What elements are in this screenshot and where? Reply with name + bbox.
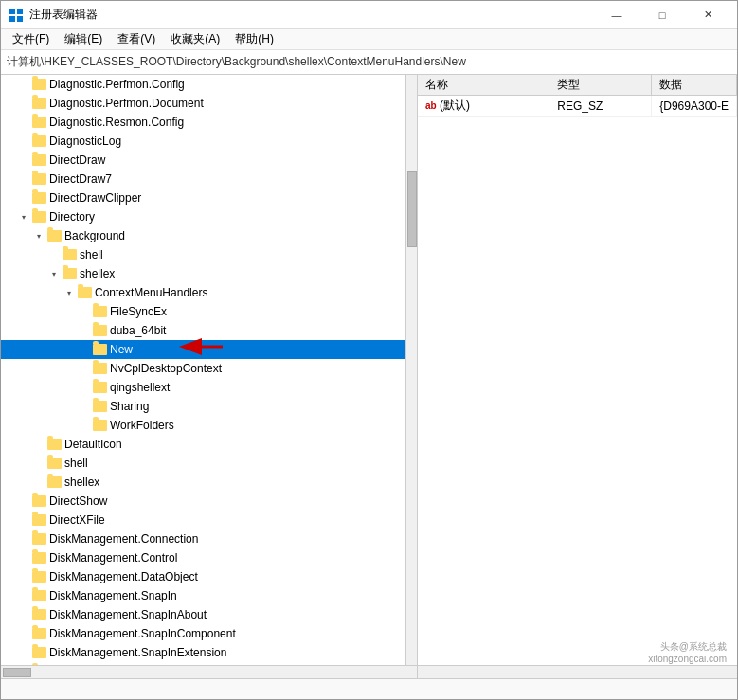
tree-item-duba_64bit[interactable]: duba_64bit: [1, 321, 417, 340]
tree-item-shell2[interactable]: shell: [1, 454, 417, 473]
expand-icon-directshow[interactable]: [16, 494, 31, 509]
tree-item-nvcpldesktopcontext[interactable]: NvCplDesktopContext: [1, 359, 417, 378]
expand-icon-shellex2[interactable]: [31, 475, 46, 490]
col-data[interactable]: 数据: [652, 75, 737, 96]
right-values-pane: 名称 类型 数据 ab (默认)REG_SZ{D969A300-E: [418, 75, 737, 665]
tree-item-diagnostic_perfmon_doc[interactable]: Diagnostic.Perfmon.Document: [1, 94, 417, 113]
expand-icon-workfolders[interactable]: [77, 418, 92, 433]
expand-icon-new[interactable]: [77, 342, 92, 357]
tree-item-workfolders[interactable]: WorkFolders: [1, 416, 417, 435]
folder-icon-workfolders: [92, 419, 107, 432]
expand-icon-shellex[interactable]: ▾: [46, 266, 62, 281]
menu-help[interactable]: 帮助(H): [227, 30, 281, 49]
close-button[interactable]: ✕: [686, 1, 729, 29]
svg-rect-0: [9, 9, 15, 14]
folder-icon-sharing: [92, 400, 107, 413]
tree-item-sharing[interactable]: Sharing: [1, 397, 417, 416]
tree-item-directdrawclipper[interactable]: DirectDrawClipper: [1, 188, 417, 207]
tree-label-background: Background: [64, 229, 125, 242]
tree-item-directshow[interactable]: DirectShow: [1, 492, 417, 511]
tree-item-shellex2[interactable]: shellex: [1, 473, 417, 492]
expand-icon-defaulticon[interactable]: [31, 437, 46, 452]
folder-icon-nvcpldesktopcontext: [92, 362, 107, 375]
folder-icon-qingshellext: [92, 381, 107, 394]
expand-icon-shell[interactable]: [46, 247, 62, 262]
tree-item-shell[interactable]: shell: [1, 245, 417, 264]
menu-favorites[interactable]: 收藏夹(A): [163, 30, 227, 49]
expand-icon-directdraw7[interactable]: [16, 171, 31, 187]
tree-item-diagnostic_perfmon_config[interactable]: Diagnostic.Perfmon.Config: [1, 75, 417, 94]
expand-icon-diagnostic_perfmon_doc[interactable]: [16, 96, 31, 111]
expand-icon-filesyncex[interactable]: [77, 304, 92, 319]
reg-value-row[interactable]: ab (默认)REG_SZ{D969A300-E: [418, 96, 737, 117]
expand-icon-directxfile[interactable]: [16, 512, 31, 528]
left-scrollbar-thumb[interactable]: [407, 171, 417, 247]
tree-label-shellex: shellex: [80, 267, 115, 280]
tree-item-directory[interactable]: ▾Directory: [1, 207, 417, 226]
expand-icon-directory[interactable]: ▾: [16, 209, 31, 224]
right-hscrollbar[interactable]: [418, 666, 737, 678]
tree-item-diagnosticlog[interactable]: DiagnosticLog: [1, 132, 417, 151]
left-hscrollbar-thumb[interactable]: [3, 668, 31, 677]
tree-item-diagnostic_resmon[interactable]: Diagnostic.Resmon.Config: [1, 113, 417, 132]
tree-item-qingshellext[interactable]: qingshellext: [1, 378, 417, 397]
expand-icon-diskmanagement_snapinabout[interactable]: [16, 607, 31, 622]
expand-icon-diskmanagement_snapincomponent[interactable]: [16, 626, 31, 641]
tree-label-shellex2: shellex: [64, 476, 99, 489]
tree-item-diskmanagement_control[interactable]: DiskManagement.Control: [1, 548, 417, 567]
expand-icon-duba_64bit[interactable]: [77, 323, 92, 338]
tree-item-diskmanagement_snapinextension[interactable]: DiskManagement.SnapInExtension: [1, 643, 417, 662]
tree-item-defaulticon[interactable]: DefaultIcon: [1, 435, 417, 454]
tree-item-diskmanagement_snapincomponent[interactable]: DiskManagement.SnapInComponent: [1, 624, 417, 643]
left-hscrollbar[interactable]: [1, 666, 418, 678]
tree-item-new[interactable]: New: [1, 340, 417, 359]
tree-label-diskmanagement_connection: DiskManagement.Connection: [49, 532, 198, 546]
expand-icon-background[interactable]: ▾: [31, 228, 46, 243]
tree-label-workfolders: WorkFolders: [110, 419, 174, 432]
expand-icon-diskmanagement_uitasks[interactable]: [16, 664, 31, 665]
tree-item-diskmanagement_uitasks[interactable]: DiskManagement.UITasks: [1, 662, 417, 665]
folder-icon-background: [46, 229, 62, 242]
col-type[interactable]: 类型: [549, 75, 652, 96]
expand-icon-diskmanagement_control[interactable]: [16, 550, 31, 565]
tree-label-shell2: shell: [64, 457, 88, 470]
tree-item-filesyncex[interactable]: FileSyncEx: [1, 302, 417, 321]
expand-icon-diskmanagement_snapinextension[interactable]: [16, 645, 31, 660]
expand-icon-shell2[interactable]: [31, 456, 46, 471]
expand-icon-diagnostic_perfmon_config[interactable]: [16, 77, 31, 92]
folder-icon-diagnostic_perfmon_doc: [31, 97, 46, 110]
tree-item-directdraw7[interactable]: DirectDraw7: [1, 170, 417, 188]
expand-icon-contextmenuhandlers[interactable]: ▾: [62, 285, 77, 300]
menu-view[interactable]: 查看(V): [110, 30, 163, 49]
menu-edit[interactable]: 编辑(E): [57, 30, 110, 49]
folder-icon-diagnosticlog: [31, 135, 46, 148]
tree-item-contextmenuhandlers[interactable]: ▾ContextMenuHandlers: [1, 283, 417, 302]
tree-item-diskmanagement_dataobject[interactable]: DiskManagement.DataObject: [1, 567, 417, 586]
tree-item-background[interactable]: ▾Background: [1, 226, 417, 245]
expand-icon-qingshellext[interactable]: [77, 380, 92, 395]
expand-icon-nvcpldesktopcontext[interactable]: [77, 361, 92, 376]
left-tree-pane[interactable]: Diagnostic.Perfmon.ConfigDiagnostic.Perf…: [1, 75, 418, 665]
expand-icon-diskmanagement_snapin[interactable]: [16, 588, 31, 603]
address-text: 计算机\HKEY_CLASSES_ROOT\Directory\Backgrou…: [7, 54, 466, 70]
tree-item-directxfile[interactable]: DirectXFile: [1, 511, 417, 529]
expand-icon-sharing[interactable]: [77, 399, 92, 414]
folder-icon-defaulticon: [46, 438, 62, 451]
expand-icon-diskmanagement_dataobject[interactable]: [16, 569, 31, 584]
minimize-button[interactable]: —: [595, 1, 639, 29]
tree-item-shellex[interactable]: ▾shellex: [1, 264, 417, 283]
tree-label-directory: Directory: [49, 210, 95, 224]
tree-item-directdraw[interactable]: DirectDraw: [1, 151, 417, 170]
expand-icon-directdrawclipper[interactable]: [16, 190, 31, 206]
tree-item-diskmanagement_snapinabout[interactable]: DiskManagement.SnapInAbout: [1, 605, 417, 624]
left-scrollbar[interactable]: [405, 75, 417, 665]
tree-item-diskmanagement_snapin[interactable]: DiskManagement.SnapIn: [1, 586, 417, 605]
expand-icon-diagnosticlog[interactable]: [16, 134, 31, 149]
expand-icon-diagnostic_resmon[interactable]: [16, 115, 31, 130]
expand-icon-diskmanagement_connection[interactable]: [16, 531, 31, 547]
menu-file[interactable]: 文件(F): [5, 30, 57, 49]
col-name[interactable]: 名称: [418, 75, 549, 96]
tree-item-diskmanagement_connection[interactable]: DiskManagement.Connection: [1, 529, 417, 548]
expand-icon-directdraw[interactable]: [16, 153, 31, 168]
maximize-button[interactable]: □: [640, 1, 684, 29]
